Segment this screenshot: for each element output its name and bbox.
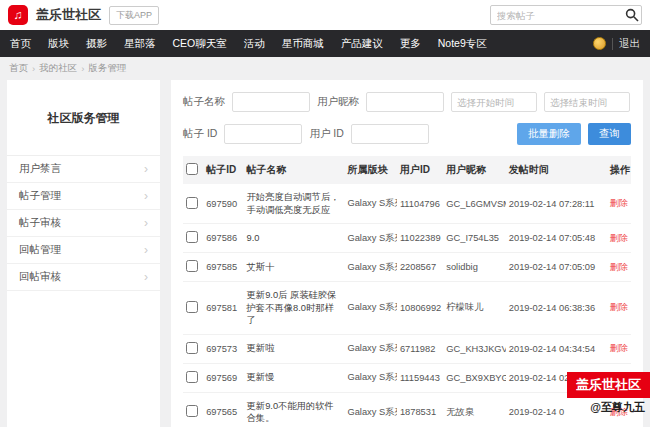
query-button[interactable]: 查询	[588, 123, 631, 145]
post-id-label: 帖子 ID	[183, 127, 217, 141]
sidebar: 社区版务管理 用户禁言 › 帖子管理 › 帖子审核 › 回帖管理 › 回帖审核 …	[7, 80, 160, 427]
sidebar-item[interactable]: 回帖审核 ›	[7, 264, 160, 291]
logout-link[interactable]: 退出	[619, 37, 640, 51]
end-time-input[interactable]	[544, 92, 630, 112]
user-id-label: 用户 ID	[309, 127, 343, 141]
col-user-id: 用户ID	[397, 156, 443, 184]
nav-separator	[612, 38, 613, 50]
cell-nickname: GC_I754L35	[443, 224, 506, 253]
breadcrumb-my-community[interactable]: 我的社区	[39, 62, 77, 75]
cell-post-id: 697590	[203, 184, 243, 224]
nav-right: 退出	[593, 37, 640, 51]
post-name-input[interactable]	[232, 92, 310, 112]
row-checkbox[interactable]	[186, 342, 198, 354]
cell-user-id: 1878531	[397, 392, 443, 427]
cell-post-id: 697569	[203, 363, 243, 392]
row-checkbox[interactable]	[186, 197, 198, 209]
main-nav: 首页版块摄影星部落CEO聊天室活动星币商城产品建议更多Note9专区 退出	[0, 30, 650, 57]
row-checkbox[interactable]	[186, 371, 198, 383]
delete-link[interactable]: 删除	[610, 262, 629, 272]
nav-item[interactable]: 版块	[48, 37, 69, 51]
cell-title[interactable]: 更新啦	[244, 334, 345, 363]
page-body: 社区版务管理 用户禁言 › 帖子管理 › 帖子审核 › 回帖管理 › 回帖审核 …	[0, 80, 650, 427]
screen: ♫ 盖乐世社区 下载APP 首页版块摄影星部落CEO聊天室活动星币商城产品建议更…	[0, 0, 650, 427]
post-id-input[interactable]	[224, 124, 302, 144]
watermark-brand: 盖乐世社区	[567, 372, 650, 398]
cell-nickname: solidbig	[443, 253, 506, 282]
table-row: 697565 更新9.0不能用的软件合集。 Galaxy S系列 1878531…	[183, 392, 631, 427]
chevron-right-icon: ›	[144, 189, 148, 203]
row-checkbox[interactable]	[186, 231, 198, 243]
logo-glyph: ♫	[14, 8, 23, 22]
delete-link[interactable]: 删除	[610, 302, 629, 312]
delete-link[interactable]: 删除	[610, 198, 629, 208]
download-app-button[interactable]: 下载APP	[109, 6, 159, 25]
breadcrumb-home[interactable]: 首页	[9, 62, 28, 75]
cell-board: Galaxy S系列	[344, 392, 396, 427]
action-buttons: 批量删除 查询	[517, 123, 631, 145]
cell-time: 2019-02-14 07:05:48	[506, 224, 607, 253]
sidebar-item-label: 回帖管理	[19, 243, 61, 257]
nav-item[interactable]: 首页	[10, 37, 31, 51]
nav-item[interactable]: CEO聊天室	[173, 37, 227, 51]
chevron-right-icon: ›	[144, 243, 148, 257]
breadcrumb-separator-icon: ›	[32, 63, 35, 74]
cell-user-id: 11022389	[397, 224, 443, 253]
breadcrumb-current: 版务管理	[88, 62, 126, 75]
table-row: 697569 更新慢 Galaxy S系列 11159443 GC_BX9XBY…	[183, 363, 631, 392]
cell-title[interactable]: 更新慢	[244, 363, 345, 392]
medal-icon[interactable]	[593, 37, 606, 50]
start-time-input[interactable]	[451, 92, 537, 112]
header: ♫ 盖乐世社区 下载APP	[0, 0, 650, 30]
cell-title[interactable]: 更新9.0不能用的软件合集。	[244, 392, 345, 427]
row-checkbox[interactable]	[186, 301, 198, 313]
cell-title[interactable]: 艾斯十	[244, 253, 345, 282]
cell-title[interactable]: 9.0	[244, 224, 345, 253]
sidebar-item-label: 帖子管理	[19, 189, 61, 203]
row-checkbox[interactable]	[186, 260, 198, 272]
nav-item[interactable]: 活动	[244, 37, 265, 51]
cell-nickname: GC_BX9XBYG	[443, 363, 506, 392]
delete-link[interactable]: 删除	[610, 233, 629, 243]
search-input[interactable]	[490, 5, 642, 25]
cell-user-id: 2208567	[397, 253, 443, 282]
cell-title[interactable]: 更新9.0后 原装硅胶保护套不再像8.0时那样了	[244, 282, 345, 335]
nickname-input[interactable]	[366, 92, 444, 112]
cell-user-id: 10806992	[397, 282, 443, 335]
sidebar-item[interactable]: 回帖管理 ›	[7, 237, 160, 264]
cell-post-id: 697585	[203, 253, 243, 282]
batch-delete-button[interactable]: 批量删除	[517, 123, 581, 145]
cell-nickname: GC_KH3JKGVX	[443, 334, 506, 363]
cell-title[interactable]: 开始亮度自动调节后，手动调低亮度无反应	[244, 184, 345, 224]
cell-board: Galaxy S系列	[344, 253, 396, 282]
table-row: 697581 更新9.0后 原装硅胶保护套不再像8.0时那样了 Galaxy S…	[183, 282, 631, 335]
cell-board: Galaxy S系列	[344, 282, 396, 335]
nav-item[interactable]: 星币商城	[282, 37, 324, 51]
nav-item[interactable]: 更多	[400, 37, 421, 51]
select-all-checkbox[interactable]	[186, 163, 198, 175]
nav-item[interactable]: 星部落	[124, 37, 156, 51]
cell-user-id: 11159443	[397, 363, 443, 392]
nav-item[interactable]: 摄影	[86, 37, 107, 51]
col-time: 发帖时间	[506, 156, 607, 184]
cell-nickname: 无故泉	[443, 392, 506, 427]
row-checkbox[interactable]	[186, 405, 198, 417]
table-row: 697586 9.0 Galaxy S系列 11022389 GC_I754L3…	[183, 224, 631, 253]
user-id-input[interactable]	[351, 124, 429, 144]
cell-time: 2019-02-14 06:38:36	[506, 282, 607, 335]
nav-item[interactable]: Note9专区	[438, 37, 487, 51]
logo-icon[interactable]: ♫	[8, 5, 28, 25]
cell-post-id: 697581	[203, 282, 243, 335]
nav-item[interactable]: 产品建议	[341, 37, 383, 51]
delete-link[interactable]: 删除	[610, 343, 629, 353]
cell-post-id: 697573	[203, 334, 243, 363]
sidebar-item[interactable]: 帖子审核 ›	[7, 210, 160, 237]
chevron-right-icon: ›	[144, 216, 148, 230]
search-icon[interactable]	[625, 8, 639, 22]
search-box	[490, 5, 642, 26]
table-row: 697585 艾斯十 Galaxy S系列 2208567 solidbig 2…	[183, 253, 631, 282]
cell-post-id: 697586	[203, 224, 243, 253]
sidebar-item[interactable]: 帖子管理 ›	[7, 183, 160, 210]
breadcrumb: 首页 › 我的社区 › 版务管理	[0, 57, 650, 80]
sidebar-item[interactable]: 用户禁言 ›	[7, 156, 160, 183]
